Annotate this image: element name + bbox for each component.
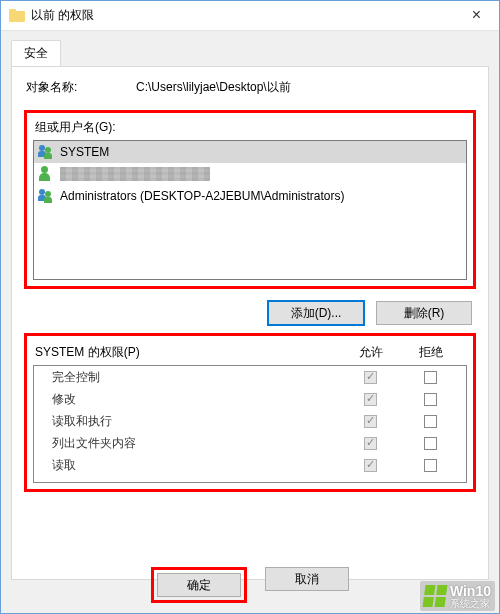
permission-row: 完全控制 [34, 366, 466, 388]
permission-name: 列出文件夹内容 [52, 435, 340, 452]
close-button[interactable]: × [454, 1, 499, 31]
allow-checkbox[interactable] [364, 415, 377, 428]
obscured-username [60, 167, 210, 181]
windows-logo-icon [422, 585, 447, 607]
group-user-listbox[interactable]: SYSTEMAdministrators (DESKTOP-A2JEBUM\Ad… [33, 140, 467, 280]
list-item[interactable]: Administrators (DESKTOP-A2JEBUM\Administ… [34, 185, 466, 207]
allow-checkbox[interactable] [364, 371, 377, 384]
permission-row: 修改 [34, 388, 466, 410]
users-icon [38, 144, 56, 160]
permission-name: 修改 [52, 391, 340, 408]
permission-name: 读取 [52, 457, 340, 474]
permissions-dialog: 以前 的权限 × 安全 对象名称: C:\Users\lilyjae\Deskt… [0, 0, 500, 614]
column-deny: 拒绝 [401, 344, 461, 361]
groups-label: 组或用户名(G): [33, 119, 467, 136]
folder-icon [9, 8, 25, 24]
allow-checkbox[interactable] [364, 459, 377, 472]
ok-button[interactable]: 确定 [157, 573, 241, 597]
deny-checkbox[interactable] [424, 393, 437, 406]
deny-checkbox[interactable] [424, 459, 437, 472]
groups-highlight-box: 组或用户名(G): SYSTEMAdministrators (DESKTOP-… [24, 110, 476, 289]
cancel-button[interactable]: 取消 [265, 567, 349, 591]
tab-panel-security: 对象名称: C:\Users\lilyjae\Desktop\以前 组或用户名(… [11, 66, 489, 580]
allow-checkbox[interactable] [364, 437, 377, 450]
permission-name: 完全控制 [52, 369, 340, 386]
deny-checkbox[interactable] [424, 437, 437, 450]
deny-checkbox[interactable] [424, 371, 437, 384]
user-icon [38, 166, 56, 182]
list-item-label: SYSTEM [60, 145, 109, 159]
list-item[interactable]: SYSTEM [34, 141, 466, 163]
tab-strip: 安全 [1, 31, 499, 66]
list-item[interactable] [34, 163, 466, 185]
tab-security[interactable]: 安全 [11, 40, 61, 67]
permissions-header: SYSTEM 的权限(P) 允许 拒绝 [33, 342, 467, 365]
column-allow: 允许 [341, 344, 401, 361]
permissions-table: 完全控制修改读取和执行列出文件夹内容读取 [33, 365, 467, 483]
watermark-text: Win10 系统之家 [450, 583, 491, 609]
object-name-label: 对象名称: [26, 79, 136, 96]
deny-checkbox[interactable] [424, 415, 437, 428]
permission-row: 列出文件夹内容 [34, 432, 466, 454]
ok-highlight-box: 确定 [151, 567, 247, 603]
window-title: 以前 的权限 [31, 7, 454, 24]
permissions-for-label: SYSTEM 的权限(P) [35, 344, 341, 361]
object-name-row: 对象名称: C:\Users\lilyjae\Desktop\以前 [24, 79, 476, 96]
permission-row: 读取 [34, 454, 466, 476]
permissions-highlight-box: SYSTEM 的权限(P) 允许 拒绝 完全控制修改读取和执行列出文件夹内容读取 [24, 333, 476, 492]
watermark: Win10 系统之家 [420, 581, 495, 611]
allow-checkbox[interactable] [364, 393, 377, 406]
group-buttons-row: 添加(D)... 删除(R) [24, 295, 476, 333]
remove-button[interactable]: 删除(R) [376, 301, 472, 325]
users-icon [38, 188, 56, 204]
titlebar: 以前 的权限 × [1, 1, 499, 31]
permission-name: 读取和执行 [52, 413, 340, 430]
permission-row: 读取和执行 [34, 410, 466, 432]
add-button[interactable]: 添加(D)... [268, 301, 364, 325]
object-name-value: C:\Users\lilyjae\Desktop\以前 [136, 79, 474, 96]
list-item-label: Administrators (DESKTOP-A2JEBUM\Administ… [60, 189, 345, 203]
